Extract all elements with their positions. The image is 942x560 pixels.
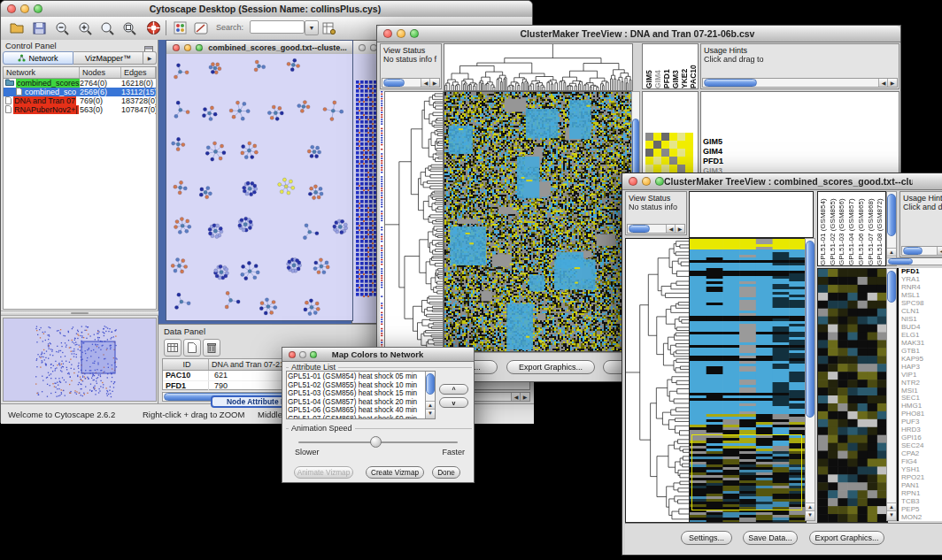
matrix-cell[interactable] [685,141,693,149]
zoom-out-icon[interactable] [53,19,71,36]
gene-label[interactable]: PFD1 [703,157,728,166]
gene-label[interactable]: PUF3 [899,418,942,426]
zoom-in-icon[interactable] [76,19,94,36]
gene-label[interactable]: BUD4 [899,324,942,332]
matrix-cell[interactable] [677,133,685,141]
vizmapper-icon[interactable] [171,19,189,36]
attribute-list-item[interactable]: GPL51-02 (GSM855) heat shock 10 min [288,381,424,390]
matrix-cell[interactable] [645,149,653,157]
gene-label[interactable]: PHO81 [899,410,942,418]
network-row[interactable]: RNAPuberNov2+|563(0)107847(0) [4,105,156,114]
minimize-button[interactable] [642,177,651,186]
matrix-column-label[interactable]: YKE2 [680,46,689,88]
gene-label[interactable]: HAP3 [899,363,942,371]
gene-label[interactable]: CPA2 [899,450,942,458]
zoom-button[interactable] [310,351,317,358]
matrix-cell[interactable] [661,149,669,157]
delete-attribute-icon[interactable] [203,339,220,357]
usage-hints-hscrollbar[interactable]: ◀▶ [901,246,942,256]
move-up-button[interactable]: ^ [439,384,468,395]
matrix-cell[interactable] [645,141,653,149]
matrix-cell[interactable] [653,157,661,165]
gene-label[interactable]: TCB3 [899,497,942,505]
attribute-list-vscrollbar[interactable]: ▲▼ [425,372,435,418]
tab-vizmapper[interactable]: VizMapper™ [73,51,143,65]
matrix-cell[interactable] [669,165,677,173]
row-dendrogram[interactable] [384,91,444,352]
array-column-label[interactable]: GPL51-02 (GSM855) [829,193,838,265]
array-column-label[interactable]: GPL51-03 (GSM856) [838,193,847,265]
gene-label[interactable]: PEP5 [899,505,942,513]
heatmap-vscrollbar[interactable]: ▲▼ [805,238,815,521]
matrix-column-label[interactable]: PFD1 [662,46,671,88]
gene-label[interactable]: NIS1 [899,316,942,324]
gene-label[interactable]: SEC1 [899,395,942,403]
column-labels-vscrollbar[interactable]: ▲▼ [886,191,897,266]
attribute-list-item[interactable]: GPL51-03 (GSM856) heat shock 15 min [288,389,424,398]
matrix-cell[interactable] [645,133,653,141]
zoom-heatmap[interactable] [817,268,888,523]
matrix-cell[interactable] [677,141,685,149]
tab-network[interactable]: Network [3,51,73,65]
minimize-button[interactable] [397,29,405,38]
network-row[interactable]: combined_sco2569(6)13112(15) [4,88,156,96]
birdseye-view[interactable] [3,318,157,402]
create-vizmap-button[interactable]: Create Vizmap [366,466,424,479]
gene-label[interactable]: VIP1 [899,371,942,379]
gene-label[interactable]: CLN1 [899,308,942,316]
gene-label[interactable]: MSI1 [899,387,942,395]
new-attribute-icon[interactable] [183,339,201,357]
column-dendrogram-area[interactable] [689,191,814,238]
speed-slider-thumb[interactable] [370,436,382,448]
search-dropdown-arrow[interactable]: ▼ [305,20,319,35]
zoom-vscrollbar[interactable]: ▲▼ [886,268,897,521]
gene-label[interactable]: MSL1 [899,292,942,300]
matrix-column-label[interactable]: GIM4 [653,46,662,88]
settings-button[interactable]: Settings... [681,531,732,545]
gene-label[interactable]: GIM5 [703,137,728,147]
cytoscape-titlebar[interactable]: Cytoscape Desktop (Session Name: collins… [1,1,532,18]
gene-label[interactable]: ELG1 [899,332,942,340]
matrix-cell[interactable] [677,165,685,173]
zoom-button[interactable] [410,29,419,38]
minimize-button[interactable] [299,351,306,358]
matrix-cell[interactable] [645,157,653,165]
close-button[interactable] [383,29,392,38]
gene-label[interactable]: YSH1 [899,465,942,473]
zoom-selected-icon[interactable] [120,19,138,36]
table-import-icon[interactable] [320,19,337,36]
attribute-list-item[interactable]: GPL51-04 (GSM857) heat shock 20 min [288,398,424,407]
matrix-cell[interactable] [677,157,685,165]
matrix-cell[interactable] [661,133,669,141]
array-column-label[interactable]: GPL51-08 (GSM872) [876,193,885,265]
gene-label[interactable]: YRA1 [899,276,942,284]
dialog-titlebar[interactable]: Map Colors to Network [282,348,474,362]
save-data-button[interactable]: Save Data... [743,531,798,545]
array-column-label[interactable]: GPL51-04 (GSM857) [847,193,857,265]
array-column-label[interactable]: GPL51-01 (GSM854) [819,193,829,265]
matrix-column-label[interactable]: GIM3 [671,46,680,88]
attribute-list-item[interactable]: GPL51-01 (GSM854) heat shock 05 min [288,372,424,381]
matrix-cell[interactable] [669,149,677,157]
matrix-cell[interactable] [669,141,677,149]
gene-label[interactable]: RPN1 [899,489,942,497]
search-input[interactable] [250,20,305,34]
view-status-hscrollbar[interactable]: ◀▶ [627,224,685,234]
gene-label[interactable]: MAK31 [899,339,942,347]
attribute-listbox[interactable]: GPL51-01 (GSM854) heat shock 05 minGPL51… [286,371,436,419]
network-canvas-1[interactable] [166,54,352,320]
attribute-list-item[interactable]: GPL51-06 (GSM865) heat shock 40 min [288,406,424,415]
matrix-column-label[interactable]: PAC10 [689,46,698,88]
id-column-header[interactable]: ID [163,359,209,370]
open-file-icon[interactable] [8,19,26,36]
zoom-button[interactable] [655,177,664,186]
network-column-header[interactable]: Network [4,67,80,78]
gene-label[interactable]: RNR4 [899,284,942,292]
matrix-cell[interactable] [653,133,661,141]
gene-label[interactable]: PFD1 [899,268,942,276]
gene-label[interactable]: GTB1 [899,347,942,355]
save-icon[interactable] [30,19,48,36]
minimize-button[interactable] [20,4,29,13]
network-column-header[interactable]: Nodes [80,67,121,78]
array-column-label[interactable]: GPL51-07 (GSM868) [867,193,876,265]
